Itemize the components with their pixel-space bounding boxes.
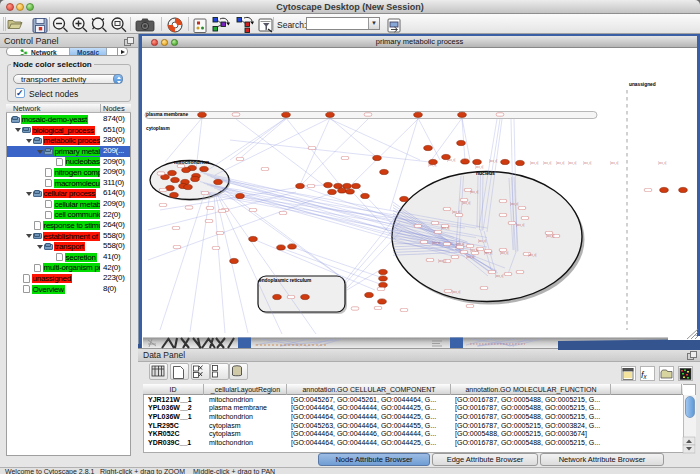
- svg-text:[xxx_x]: [xxx_x]: [456, 242, 465, 246]
- svg-text:cytoplasm: cytoplasm: [146, 126, 170, 131]
- svg-text:[xxx_x]: [xxx_x]: [432, 241, 441, 245]
- svg-text:mitochondrion: mitochondrion: [174, 159, 209, 165]
- svg-text:[xxx_x]: [xxx_x]: [568, 161, 577, 165]
- svg-text:[xxx_x]: [xxx_x]: [478, 239, 487, 243]
- svg-text:[xxx_x]: [xxx_x]: [428, 163, 437, 167]
- svg-text:[xxx_x]: [xxx_x]: [452, 290, 461, 294]
- svg-text:[xxx_x]: [xxx_x]: [528, 253, 537, 257]
- svg-text:[xxx_x]: [xxx_x]: [452, 210, 461, 214]
- svg-text:[xxx_x]: [xxx_x]: [516, 223, 525, 227]
- svg-text:[xxx_x]: [xxx_x]: [546, 234, 555, 238]
- svg-text:[xxx_x]: [xxx_x]: [470, 190, 479, 194]
- svg-text:[xxx_x]: [xxx_x]: [447, 158, 456, 162]
- svg-text:[xxx_x]: [xxx_x]: [610, 161, 619, 165]
- svg-text:[xxx_x]: [xxx_x]: [556, 161, 565, 165]
- svg-text:fₓ: fₓ: [641, 370, 648, 380]
- svg-text:[xxx_x]: [xxx_x]: [530, 161, 539, 165]
- svg-text:[xxx_x]: [xxx_x]: [484, 251, 493, 255]
- svg-text:[xxx_x]: [xxx_x]: [441, 226, 450, 230]
- svg-text:[xxx_x]: [xxx_x]: [510, 202, 519, 206]
- svg-text:[xxx_x]: [xxx_x]: [470, 248, 479, 252]
- svg-text:unassigned: unassigned: [629, 82, 656, 87]
- svg-text:[xxx_x]: [xxx_x]: [583, 161, 592, 165]
- svg-text:[xxx_x]: [xxx_x]: [658, 161, 667, 165]
- svg-text:endoplasmic reticulum: endoplasmic reticulum: [259, 278, 311, 283]
- svg-text:[xxx_x]: [xxx_x]: [462, 201, 471, 205]
- svg-text:[xxx_x]: [xxx_x]: [500, 251, 509, 255]
- svg-text:[xxx_x]: [xxx_x]: [495, 274, 504, 278]
- svg-text:[xxx_x]: [xxx_x]: [466, 255, 475, 259]
- svg-text:[xxx_x]: [xxx_x]: [475, 165, 484, 169]
- svg-text:[xxx_x]: [xxx_x]: [543, 161, 552, 165]
- svg-text:[xxx_x]: [xxx_x]: [438, 259, 447, 263]
- svg-text:plasma membrane: plasma membrane: [146, 112, 188, 117]
- svg-text:nucleus: nucleus: [476, 170, 495, 176]
- svg-text:[xxx_x]: [xxx_x]: [489, 159, 498, 163]
